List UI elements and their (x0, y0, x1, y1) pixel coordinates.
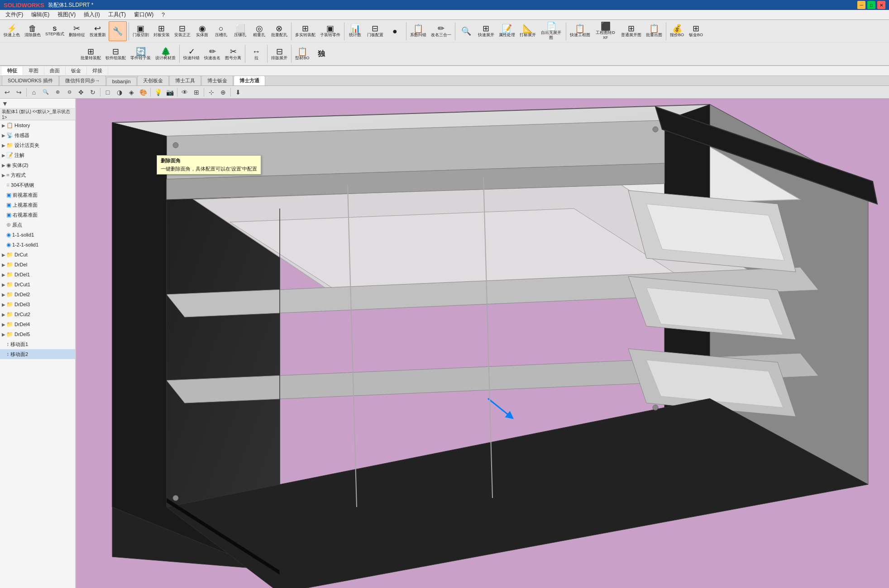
maximize-button[interactable]: □ (867, 1, 875, 9)
tree-item-drdel1[interactable]: ▶ 📁 DrDel1 (0, 270, 75, 280)
expand-note[interactable]: ▶ (2, 153, 5, 158)
vt-zoom-fit[interactable]: ⊕ (52, 87, 63, 98)
tree-item-drcut1[interactable]: ▶ 📁 DrCut1 (0, 280, 75, 289)
minimize-button[interactable]: ─ (857, 1, 865, 9)
expand-drcut2[interactable]: ▶ (2, 312, 5, 317)
tb-step[interactable]: SSTEP格式 (43, 21, 66, 41)
tree-item-drdel[interactable]: ▶ 📁 DrDel (0, 260, 75, 270)
menu-help[interactable]: ? (158, 11, 168, 19)
vt-camera[interactable]: 📷 (164, 87, 175, 98)
tb-part-sub[interactable]: 🔄零件转子装 (129, 44, 153, 64)
tb-normal-unfold[interactable]: ⊞普通展开图 (619, 21, 643, 41)
tb-door-config[interactable]: ⊟门板配置 (365, 21, 385, 41)
expand-drdel5[interactable]: ▶ (2, 332, 5, 337)
tab-solidworks-plugin[interactable]: SOLIDWORKS 插件 (2, 76, 59, 85)
tb-solo[interactable]: 独 (312, 44, 330, 64)
tb-tree-material[interactable]: 🌲设计树材质 (153, 44, 177, 64)
tree-item-design[interactable]: ▶ 📁 设计活页夹 (0, 140, 75, 150)
tree-item-drdel2[interactable]: ▶ 📁 DrDel2 (0, 289, 75, 299)
tree-item-material[interactable]: ▶ ≡ 304不锈钢 (0, 180, 75, 190)
tb-attr-proc[interactable]: 📝属性处理 (497, 21, 517, 41)
vt-zoom-area[interactable]: 🔍 (40, 87, 51, 98)
vt-triad[interactable]: ⊹ (206, 87, 217, 98)
tab-sheetmetal[interactable]: 钣金 (66, 66, 87, 75)
tab-bsbanjin[interactable]: bsbanjin (106, 77, 137, 85)
tab-doctor-fang[interactable]: 博士方通 (234, 76, 265, 85)
vt-pan[interactable]: ✥ (76, 87, 86, 98)
close-button[interactable]: ✕ (877, 1, 885, 9)
tb-layout-expand[interactable]: ⊟排版展开 (269, 44, 289, 64)
tree-item-front[interactable]: ▶ ▣ 前视基准面 (0, 190, 75, 200)
tb-quick-drawing[interactable]: 📋快速工程图 (568, 21, 592, 41)
expand-drdel4[interactable]: ▶ (2, 322, 5, 327)
vt-section[interactable]: ◑ (114, 87, 125, 98)
vt-home[interactable]: ⌂ (29, 87, 39, 98)
tree-item-solid[interactable]: ▶ ◉ 实体(2) (0, 160, 75, 170)
tree-item-sensor[interactable]: ▶ 📡 传感器 (0, 130, 75, 140)
tb-quick-rename[interactable]: ✏快速改名 (202, 44, 222, 64)
tree-item-right[interactable]: ▶ ▣ 右视基准面 (0, 210, 75, 220)
filter-icon[interactable]: ▼ (2, 100, 8, 107)
tb-print-expand[interactable]: 📐打标展开 (518, 21, 538, 41)
menu-edit[interactable]: 编辑(E) (28, 10, 53, 19)
tree-item-drdel4[interactable]: ▶ 📁 DrDel4 (0, 319, 75, 329)
menu-window[interactable]: 窗口(W) (130, 10, 157, 19)
vt-undo[interactable]: ↩ (2, 87, 13, 98)
tb-quote[interactable]: 💰报价BO (668, 21, 686, 41)
tb-auto-unfold[interactable]: 📄自出无展开图 (539, 21, 564, 41)
tb-sw-assem[interactable]: ⊟软件组装配 (104, 44, 128, 64)
tb-dot[interactable]: ● (386, 21, 404, 41)
expand-drdel2[interactable]: ▶ (2, 292, 5, 297)
vt-origin[interactable]: ⊕ (218, 87, 229, 98)
tree-item-drdel5[interactable]: ▶ 📁 DrDel5 (0, 329, 75, 339)
vt-redo[interactable]: ↪ (14, 87, 24, 98)
tree-item-drcut[interactable]: ▶ 📁 DrCut (0, 250, 75, 260)
tb-delete-feature[interactable]: ✂删除特征 (67, 21, 87, 41)
expand-design[interactable]: ▶ (2, 143, 5, 148)
expand-drdel3[interactable]: ▶ (2, 302, 5, 307)
tree-item-solid1[interactable]: ▶ ◉ 1-1-solid1 (0, 230, 75, 240)
tb-precise-hole[interactable]: ◎精量孔 (250, 21, 268, 41)
tab-tianchuang[interactable]: 天创板金 (137, 76, 169, 85)
tab-doctor-sheet[interactable]: 博士钣金 (201, 76, 233, 85)
tb-door-cut[interactable]: ▣门板切割 (131, 21, 151, 41)
tab-feature[interactable]: 特征 (2, 66, 23, 75)
vt-appear[interactable]: 🎨 (138, 87, 148, 98)
tb-groove-hole[interactable]: ○压槽孔 (212, 21, 230, 41)
tb-coeff[interactable]: 📋系数纠错 (408, 21, 428, 41)
tb-batch-assem[interactable]: ⊞批量转装配 (79, 44, 103, 64)
vt-light[interactable]: 💡 (153, 87, 163, 98)
tb-align[interactable]: ⊟安装正正 (172, 21, 192, 41)
tree-item-drcut2[interactable]: ▶ 📁 DrCut2 (0, 309, 75, 319)
expand-drcut1[interactable]: ▶ (2, 282, 5, 287)
tb-quick-expand[interactable]: ⊞快速展开 (476, 21, 496, 41)
tree-item-move1[interactable]: ▶ ↕ 移动面1 (0, 339, 75, 349)
tb-active-tool[interactable]: 🔧 (109, 21, 127, 41)
tb-batch-draw[interactable]: 📋批量出图 (644, 21, 664, 41)
expand-drcut[interactable]: ▶ (2, 252, 5, 257)
tb-search[interactable]: 🔍 (457, 21, 475, 41)
tree-item-equation[interactable]: ▶ = 方程式 (0, 170, 75, 180)
viewport[interactable]: 删除面角 一键删除面角，具体配置可以在'设置'中配置 (76, 99, 889, 588)
vt-arrow-down[interactable]: ⬇ (233, 87, 244, 98)
expand-sensor[interactable]: ▶ (2, 133, 5, 138)
expand-equation[interactable]: ▶ (2, 173, 5, 178)
menu-tools[interactable]: 工具(T) (105, 10, 129, 19)
expand-history[interactable]: ▶ (2, 123, 5, 128)
tb-quick-check[interactable]: ✓快速纠错 (182, 44, 201, 64)
tb-fast-regen[interactable]: ↩投速重新 (88, 21, 108, 41)
menu-file[interactable]: 文件(F) (2, 10, 27, 19)
vt-display[interactable]: ◈ (126, 87, 137, 98)
vt-component-display[interactable]: ⊞ (191, 87, 202, 98)
tree-item-note[interactable]: ▶ 📝 注解 (0, 150, 75, 160)
vt-view-orient[interactable]: □ (102, 87, 113, 98)
vt-hide-show[interactable]: 👁 (179, 87, 190, 98)
tb-pull[interactable]: ↔拉 (247, 44, 265, 64)
tree-item-solid2[interactable]: ▶ ◉ 1-2-1-solid1 (0, 240, 75, 250)
tab-doctor-tools[interactable]: 博士工具 (169, 76, 201, 85)
vt-zoom-out[interactable]: ⊖ (64, 87, 75, 98)
tb-solid-face[interactable]: ◉实体面 (193, 21, 211, 41)
tree-item-origin[interactable]: ▶ ⊕ 原点 (0, 220, 75, 230)
tab-wechat-sync[interactable]: 微信抖音同步→ (59, 76, 106, 85)
expand-drdel1[interactable]: ▶ (2, 272, 5, 277)
